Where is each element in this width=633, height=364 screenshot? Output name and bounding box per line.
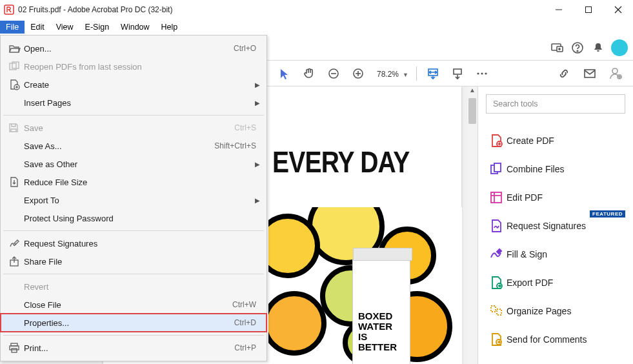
menu-save-as[interactable]: Save As... Shift+Ctrl+S [1,137,266,155]
menu-revert: Revert [1,278,266,296]
submenu-arrow-icon: ▶ [255,197,260,204]
tool-label: Organize Pages [507,306,571,316]
reopen-icon [8,61,24,72]
search-tools-input[interactable]: Search tools [486,94,625,114]
send-comments-icon [486,332,507,347]
zoom-level[interactable]: 78.2%▼ [374,68,408,79]
more-tools-icon[interactable] [474,65,490,82]
menu-properties[interactable]: Properties... Ctrl+D [1,314,266,332]
tool-organize-pages[interactable]: Organize Pages [486,297,625,325]
menu-open[interactable]: Open... Ctrl+O [1,39,266,57]
app-icon [4,5,14,15]
tool-label: Fill & Sign [507,249,547,259]
separator [3,274,264,274]
tool-fill-sign[interactable]: Fill & Sign [486,240,625,268]
menu-help[interactable]: Help [156,21,184,34]
tool-send-comments[interactable]: Send for Comments [486,325,625,354]
submenu-arrow-icon: ▶ [255,99,260,106]
svg-rect-34 [10,346,19,350]
minimize-button[interactable] [544,0,574,19]
menu-window[interactable]: Window [115,21,155,34]
tool-label: Export PDF [507,278,553,288]
tool-label: Combine Files [507,164,564,174]
fill-sign-icon [486,247,507,261]
share-icon [8,256,24,267]
svg-rect-18 [454,69,461,74]
export-pdf-icon [486,276,507,290]
add-device-icon[interactable] [547,37,567,58]
close-button[interactable] [603,0,633,19]
zoom-in-icon[interactable] [350,65,367,82]
svg-point-21 [485,72,487,74]
svg-point-10 [577,50,578,52]
select-tool-icon[interactable] [276,65,293,82]
svg-point-19 [477,72,479,74]
menu-share-file[interactable]: Share File [1,252,266,270]
request-signatures-icon [486,219,507,233]
scrollbar-thumb[interactable] [468,98,476,124]
signature-icon [8,238,24,249]
separator [3,335,264,336]
maximize-button[interactable] [574,0,603,19]
menu-protect[interactable]: Protect Using Password [1,209,266,227]
separator [3,115,264,116]
menu-view[interactable]: View [50,21,79,34]
tool-export-pdf[interactable]: Export PDF [486,268,625,297]
document-headline: EVERY DAY [272,145,410,179]
separator [3,230,264,231]
svg-rect-35 [12,349,17,352]
tool-combine-files[interactable]: Combine Files [486,155,625,183]
menu-create[interactable]: Create ▶ [1,76,266,94]
print-icon [8,342,24,354]
document-image: BOXED WATER IS BETTER [268,207,462,364]
svg-rect-41 [491,192,501,203]
edit-pdf-icon [486,190,507,205]
menu-insert-pages[interactable]: Insert Pages ▶ [1,94,266,112]
share-link-icon[interactable] [556,65,572,82]
menu-edit[interactable]: Edit [25,21,50,34]
notifications-icon[interactable] [588,37,608,58]
share-person-icon[interactable] [607,65,624,82]
menu-file[interactable]: File [0,21,25,34]
menu-esign[interactable]: E-Sign [79,21,116,34]
menu-bar: File Edit View E-Sign Window Help [0,19,633,35]
svg-rect-40 [494,163,501,172]
create-icon [8,79,24,90]
menu-print[interactable]: Print... Ctrl+P [1,339,266,357]
menu-request-signatures[interactable]: Request Signatures [1,234,266,252]
fit-width-icon[interactable] [425,65,441,82]
submenu-arrow-icon: ▶ [255,81,260,88]
tool-label: Create PDF [507,136,554,146]
organize-pages-icon [486,304,507,318]
tool-request-signatures[interactable]: Request Signatures FEATURED [486,212,625,240]
folder-open-icon [8,43,24,54]
svg-rect-45 [491,306,496,312]
hand-tool-icon[interactable] [301,65,317,82]
email-icon[interactable] [581,65,598,82]
featured-badge: FEATURED [590,210,625,217]
svg-point-23 [612,68,618,74]
scroll-up-arrow-icon[interactable]: ▲ [467,86,477,97]
help-icon[interactable] [567,37,588,58]
svg-rect-46 [497,309,501,315]
create-pdf-icon [486,134,507,148]
tool-edit-pdf[interactable]: Edit PDF [486,183,625,212]
menu-save: Save Ctrl+S [1,119,266,137]
window-title: 02 Fruits.pdf - Adobe Acrobat Pro DC (32… [18,5,172,14]
search-placeholder: Search tools [493,99,538,108]
menu-close-file[interactable]: Close File Ctrl+W [1,296,266,314]
title-bar: 02 Fruits.pdf - Adobe Acrobat Pro DC (32… [0,0,633,19]
menu-export-to[interactable]: Export To ▶ [1,191,266,209]
combine-files-icon [486,162,507,176]
user-avatar[interactable] [611,39,628,56]
save-icon [8,123,24,133]
menu-reopen: Reopen PDFs from last session [1,57,266,76]
scroll-mode-icon[interactable] [449,65,466,82]
menu-reduce-size[interactable]: Reduce File Size [1,173,266,191]
zoom-out-icon[interactable] [325,65,342,82]
menu-save-other[interactable]: Save as Other ▶ [1,155,266,173]
tool-create-pdf[interactable]: Create PDF [486,126,625,155]
vertical-scrollbar[interactable]: ▲ [467,86,477,364]
tool-label: Send for Comments [507,334,587,345]
svg-point-20 [481,72,483,74]
